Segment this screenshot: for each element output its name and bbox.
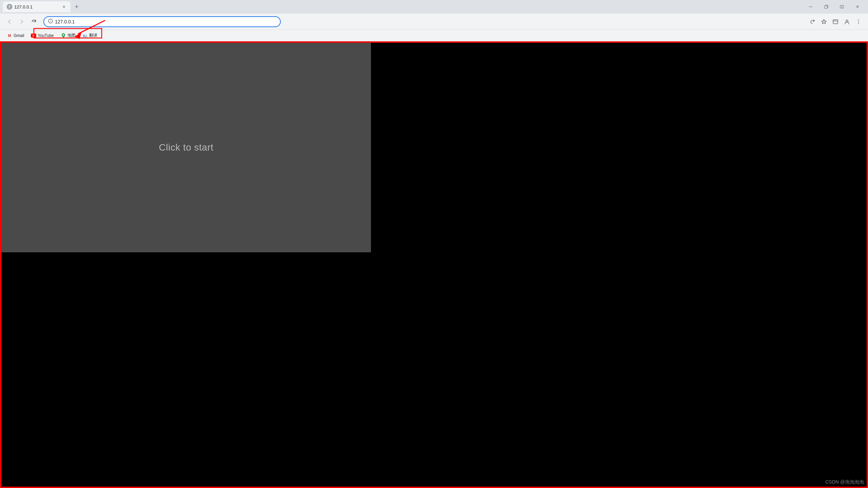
right-sidebar [372,41,868,488]
tab-favicon [7,4,12,9]
svg-point-13 [858,19,859,20]
tab-drawer-button[interactable] [830,16,841,27]
split-button[interactable] [834,0,850,14]
translate-icon: A 文 [82,33,88,38]
toolbar-actions [807,16,864,27]
svg-point-15 [858,23,859,23]
maps-icon [61,33,66,38]
bookmark-youtube[interactable]: YouTube [28,32,56,40]
profile-button[interactable] [842,16,852,27]
new-tab-button[interactable]: + [72,2,81,12]
browser-chrome: 127.0.0.1 ✕ + ✕ [0,0,868,41]
tab-bar: 127.0.0.1 ✕ + ✕ [0,0,868,14]
tab-close-button[interactable]: ✕ [61,4,66,9]
minimize-button[interactable] [803,0,818,14]
bookmark-gmail-label: Gmail [14,33,24,38]
video-canvas-area[interactable]: Click to start [1,43,371,252]
page-content[interactable]: Click to start [0,41,868,488]
window-controls: ✕ [803,0,865,14]
address-bar-wrapper: i 127.0.0.1 [43,16,281,27]
svg-point-14 [858,21,859,22]
bottom-black-bar [1,466,371,487]
svg-point-12 [846,20,848,22]
bookmark-maps[interactable]: 地图 [58,31,78,40]
svg-point-16 [63,34,64,36]
restore-button[interactable] [818,0,834,14]
bookmark-translate-label: 翻译 [89,33,97,38]
svg-point-1 [8,4,11,9]
menu-button[interactable] [853,16,864,27]
address-text: 127.0.0.1 [55,19,75,24]
svg-rect-4 [809,7,812,7]
bookmark-youtube-label: YouTube [38,33,54,38]
reload-button[interactable] [28,16,39,27]
svg-rect-5 [825,6,827,8]
security-icon: i [48,19,53,24]
bookmark-star-button[interactable] [818,16,829,27]
back-button[interactable] [4,16,15,27]
watermark: CSDN @泡泡泡泡 [825,479,864,485]
bookmark-translate[interactable]: A 文 翻译 [80,31,100,40]
svg-text:i: i [50,20,51,23]
svg-point-0 [7,4,12,9]
svg-text:文: 文 [85,35,88,38]
tab-title: 127.0.0.1 [14,4,33,9]
toolbar: i 127.0.0.1 [0,14,868,30]
close-button[interactable]: ✕ [850,0,865,14]
svg-rect-10 [833,20,838,24]
bookmark-gmail[interactable]: M Gmail [4,32,27,40]
forward-button[interactable] [16,16,27,27]
address-bar[interactable]: i 127.0.0.1 [43,16,281,27]
bookmarks-bar: M Gmail YouTube 地图 A [0,30,868,41]
click-to-start-text: Click to start [159,142,213,153]
active-tab[interactable]: 127.0.0.1 ✕ [3,1,71,12]
gmail-icon: M [7,33,12,38]
bookmark-maps-label: 地图 [67,33,76,38]
youtube-icon [31,33,36,38]
share-button[interactable] [807,16,818,27]
